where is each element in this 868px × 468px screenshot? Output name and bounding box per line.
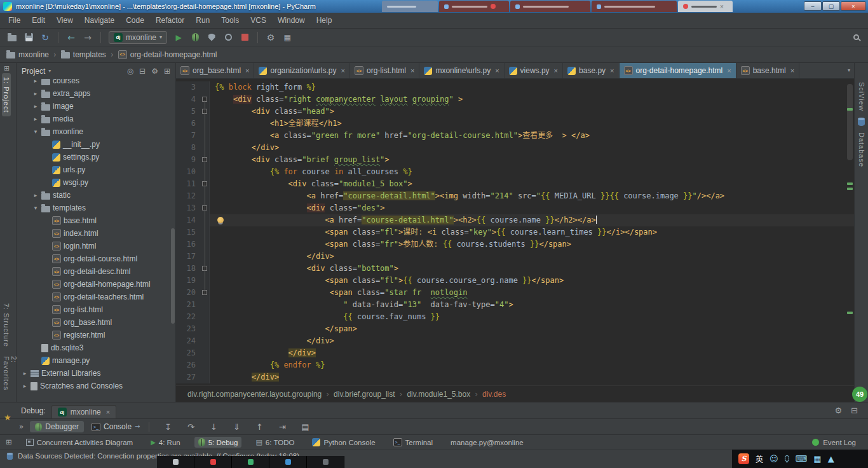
chevron-right-icon[interactable]: ▸: [32, 91, 39, 97]
line-number[interactable]: 7: [176, 130, 200, 142]
code-line[interactable]: 22 {{ course.fav_nums }}: [176, 311, 854, 323]
close-icon[interactable]: ×: [610, 67, 614, 74]
toolwindow-button-python-console[interactable]: Python Console: [308, 437, 379, 448]
debug-tab-debugger[interactable]: Debugger: [30, 421, 84, 432]
locate-icon[interactable]: ◎: [127, 67, 133, 75]
tree-item-media[interactable]: ▸media: [17, 113, 175, 125]
close-icon[interactable]: ×: [727, 67, 731, 74]
breadcrumb-item-div-des[interactable]: div.des: [482, 390, 506, 399]
tree-item-index-html[interactable]: index.html: [17, 227, 175, 240]
sidebar-item-project[interactable]: 1: Project: [2, 73, 11, 116]
run-config-select[interactable]: mxonline ▾: [109, 31, 167, 44]
tree-item-extra-apps[interactable]: ▸extra_apps: [17, 87, 175, 100]
line-number[interactable]: 17: [176, 251, 200, 263]
code-line[interactable]: 23 </span>: [176, 323, 854, 335]
close-icon[interactable]: ×: [720, 3, 724, 10]
chevron-right-icon[interactable]: ▸: [22, 383, 28, 389]
code-line[interactable]: 10 {% for course in all_courses %}: [176, 166, 854, 178]
line-number[interactable]: 19: [176, 275, 200, 287]
line-number[interactable]: 15: [176, 226, 200, 238]
code-line[interactable]: 3{% block right_form %}: [176, 81, 854, 93]
tree-item-mxonline[interactable]: ▾mxonline: [17, 125, 175, 138]
tree-item-image[interactable]: ▸image: [17, 100, 175, 113]
window-icon[interactable]: ⊞: [6, 439, 12, 446]
menu-navigate[interactable]: Navigate: [79, 13, 120, 29]
toolwindow-button-5-debug[interactable]: 5: Debug: [194, 437, 242, 448]
close-icon[interactable]: ×: [106, 408, 110, 416]
menu-refactor[interactable]: Refactor: [150, 13, 190, 29]
code-line[interactable]: 4 <div class="right companycenter layout…: [176, 93, 854, 106]
step-into-button[interactable]: ↓: [207, 420, 220, 434]
line-number[interactable]: 12: [176, 190, 200, 202]
menu-edit[interactable]: Edit: [26, 13, 51, 29]
external-browser-tab[interactable]: [382, 1, 438, 12]
intention-bulb-icon[interactable]: [217, 217, 224, 223]
synchronize-button[interactable]: ↻: [38, 31, 52, 45]
breadcrumb-item-div-right-companycenter-layout-grouping[interactable]: div.right.companycenter.layout.grouping: [187, 390, 322, 399]
line-number[interactable]: 6: [176, 118, 200, 130]
coverage-button[interactable]: [205, 31, 219, 45]
tree-item-settings-py[interactable]: settings.py: [17, 151, 175, 163]
line-number[interactable]: 8: [176, 142, 200, 154]
tree-item-init-py[interactable]: __init__.py: [17, 138, 175, 151]
external-browser-tab[interactable]: [439, 1, 509, 12]
tree-scrollbar[interactable]: [171, 228, 175, 324]
close-button[interactable]: ×: [841, 1, 866, 11]
tree-item-org-detail-desc-html[interactable]: org-detail-desc.html: [17, 265, 175, 278]
settings-gear-icon[interactable]: ⚙: [834, 406, 842, 415]
event-log-button[interactable]: Event Log: [812, 439, 862, 446]
chevron-down-icon[interactable]: ▾: [32, 205, 39, 211]
chevron-down-icon[interactable]: ▾: [32, 129, 39, 135]
run-to-cursor-button[interactable]: ⇥: [275, 420, 289, 434]
tree-item-org-detail-homepage-html[interactable]: org-detail-homepage.html: [17, 278, 175, 291]
tree-item-manage-py[interactable]: manage.py: [17, 354, 175, 367]
menu-view[interactable]: View: [51, 13, 79, 29]
menu-window[interactable]: Window: [272, 13, 311, 29]
code-line[interactable]: 5 <div class="head">: [176, 106, 854, 118]
code-line[interactable]: 15 <span class="fl">课时: <i class="key">{…: [176, 226, 854, 238]
line-number[interactable]: 14: [176, 214, 200, 226]
editor-tab-organization-urls-py[interactable]: organization\urls.py×: [254, 63, 350, 78]
search-everywhere-button[interactable]: [849, 31, 863, 45]
tree-item-org-list-html[interactable]: org-list.html: [17, 303, 175, 316]
sidebar-item-sciview[interactable]: SciView: [857, 78, 866, 115]
editor-tab-base-py[interactable]: base.py×: [563, 63, 619, 78]
open-button[interactable]: [5, 31, 19, 45]
toolwindow-button-terminal[interactable]: Terminal: [390, 437, 437, 448]
tree-item-templates[interactable]: ▾templates: [17, 202, 175, 214]
project-panel-title[interactable]: Project: [22, 67, 45, 76]
debug-session-tab[interactable]: mxonline ×: [51, 405, 116, 419]
line-number[interactable]: 11: [176, 178, 200, 190]
chevron-right-icon[interactable]: ▸: [22, 371, 28, 376]
save-all-button[interactable]: [22, 31, 36, 45]
show-execution-point-button[interactable]: ↧: [161, 420, 175, 434]
breadcrumb-item-div-module1-5-box[interactable]: div.module1_5.box: [407, 390, 470, 399]
code-line[interactable]: 27 </div>: [176, 371, 854, 383]
collapse-all-icon[interactable]: ⊟: [139, 67, 146, 75]
close-icon[interactable]: ×: [554, 67, 558, 74]
chevron-right-icon[interactable]: ▸: [32, 79, 39, 84]
line-number[interactable]: 27: [176, 371, 200, 383]
menu-file[interactable]: File: [3, 13, 26, 29]
sidebar-item-database[interactable]: Database: [857, 128, 866, 171]
menu-code[interactable]: Code: [120, 13, 150, 29]
run-button[interactable]: ▶: [172, 31, 186, 45]
code-line[interactable]: 26 {% endfor %}: [176, 359, 854, 371]
forward-button[interactable]: →: [81, 31, 95, 45]
close-icon[interactable]: ×: [790, 67, 794, 74]
line-number[interactable]: 21: [176, 299, 200, 311]
line-number[interactable]: 25: [176, 347, 200, 359]
tree-item-scratches-and-consoles[interactable]: ▸Scratches and Consoles: [17, 380, 175, 392]
hide-icon[interactable]: ⊞: [164, 67, 170, 75]
chevron-right-icon[interactable]: ▸: [32, 193, 39, 198]
tree-item-wsgi-py[interactable]: wsgi.py: [17, 176, 175, 189]
taskbar-app-button[interactable]: [269, 456, 307, 468]
code-line[interactable]: 24 </div>: [176, 335, 854, 347]
toolwindow-button-manage-py-mxonline[interactable]: manage.py@mxonline: [447, 437, 527, 448]
tree-item-login-html[interactable]: login.html: [17, 240, 175, 252]
notification-badge[interactable]: 49: [852, 387, 867, 402]
editor-tab-org-base-html[interactable]: org_base.html×: [176, 63, 254, 78]
editor-tab-views-py[interactable]: views.py×: [505, 63, 563, 78]
code-line[interactable]: 20 <span class="star fr notlogin: [176, 287, 854, 299]
line-number[interactable]: 9: [176, 154, 200, 166]
